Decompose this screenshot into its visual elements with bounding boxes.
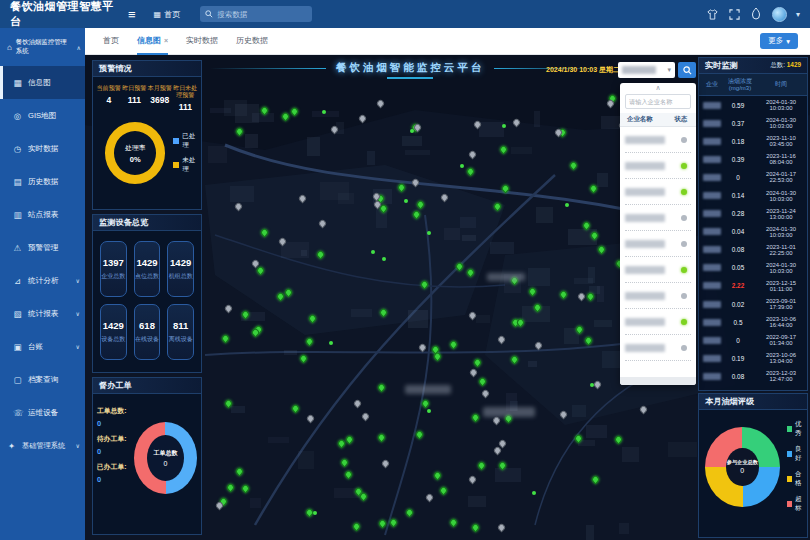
sidebar-item-statreport[interactable]: ▧统计报表∨ [0, 297, 85, 330]
map-pin-dot[interactable] [410, 129, 414, 133]
map-building [597, 173, 608, 187]
realtime-row[interactable]: 0.082023-11-01 22:25:00 [699, 241, 807, 259]
realtime-row[interactable]: 0.282023-11-24 13:00:00 [699, 205, 807, 223]
tab-历史数据[interactable]: 历史数据 [236, 28, 268, 55]
alarm-chart-row: 处理率 0% 已处理未处理 [93, 122, 201, 184]
blurred-enterprise-name [625, 162, 665, 170]
sidebar-item-device[interactable]: ☏运维设备 [0, 396, 85, 429]
enterprise-row[interactable] [625, 205, 691, 231]
theme-skin-icon[interactable] [706, 8, 719, 21]
realtime-row[interactable]: 0.392023-11-16 08:04:00 [699, 150, 807, 168]
device-stat-label: 在线设备 [135, 335, 159, 344]
enterprise-row[interactable] [625, 153, 691, 179]
map-pin-dot[interactable] [382, 257, 386, 261]
measurement-time: 2023-11-16 08:04:00 [755, 153, 807, 165]
realtime-row[interactable]: 0.022023-09-01 17:39:00 [699, 295, 807, 313]
sidebar-item-gis[interactable]: ◎GIS地图 [0, 99, 85, 132]
topbar-search-input[interactable] [217, 10, 307, 19]
device-stat-box: 1429机组总数 [167, 241, 194, 297]
enterprise-search-button[interactable] [678, 62, 696, 78]
map-pin-dot[interactable] [329, 341, 333, 345]
realtime-row[interactable]: 0.082023-12-03 12:47:00 [699, 367, 807, 385]
realtime-row[interactable]: 0.042024-01-30 10:03:00 [699, 223, 807, 241]
realtime-row[interactable]: 0.142024-01-30 10:03:00 [699, 186, 807, 204]
sidebar-item-system[interactable]: ✦基础管理系统∨ [0, 429, 85, 462]
user-avatar[interactable] [772, 7, 787, 22]
close-icon[interactable]: × [164, 37, 168, 44]
realtime-row[interactable]: 0.592024-01-30 10:03:00 [699, 96, 807, 114]
statreport-icon: ▧ [13, 309, 22, 319]
sidebar-item-realtime[interactable]: ◷实时数据 [0, 132, 85, 165]
status-dot-online [681, 163, 687, 169]
enterprise-row[interactable] [625, 127, 691, 153]
notification-icon[interactable] [750, 8, 763, 21]
map-blurred-label [483, 407, 535, 417]
chevron-down-icon: ∨ [76, 343, 80, 350]
map-building [462, 235, 476, 241]
device-stat-box: 1429设备总数 [100, 304, 127, 360]
enterprise-row[interactable] [625, 309, 691, 335]
topbar-home-tab[interactable]: ▦ 首页 [154, 9, 181, 20]
legend-item: 已处理 [173, 132, 201, 150]
realtime-row[interactable]: 2.222023-12-15 01:11:00 [699, 277, 807, 295]
enterprise-row[interactable] [625, 283, 691, 309]
device-stat-value: 1397 [103, 257, 124, 268]
map-building [476, 315, 490, 322]
sidebar-item-archive[interactable]: ▢档案查询 [0, 363, 85, 396]
enterprise-row[interactable] [625, 335, 691, 361]
more-button[interactable]: 更多 ▾ [760, 33, 798, 49]
tab-首页[interactable]: 首页 [103, 28, 119, 55]
legend-item: 合格 [787, 470, 807, 488]
concentration-value: 0.08 [721, 373, 755, 380]
realtime-row[interactable]: 02024-01-17 22:53:00 [699, 168, 807, 186]
workorder-stat-value: 0 [97, 475, 134, 484]
enterprise-row[interactable] [625, 231, 691, 257]
alarm-panel: 预警情况 当前预警4昨日预警111本月预警3698昨日未处理预警111 处理率 … [92, 60, 202, 210]
map-building [586, 425, 607, 438]
enterprise-name-input[interactable] [629, 98, 687, 105]
scrollbar[interactable] [620, 377, 696, 385]
blurred-selected-value [622, 66, 656, 74]
alarm-stats: 当前预警4昨日预警111本月预警3698昨日未处理预警111 [93, 77, 201, 114]
map-building [210, 108, 230, 113]
sidebar-item-analysis[interactable]: ⊿统计分析∨ [0, 264, 85, 297]
enterprise-row[interactable] [625, 179, 691, 205]
sidebar-item-alarm[interactable]: ⚠预警管理 [0, 231, 85, 264]
sidebar-item-report[interactable]: ▥站点报表 [0, 198, 85, 231]
hamburger-menu-icon[interactable]: ≡ [128, 7, 136, 22]
chevron-down-icon[interactable]: ▾ [796, 10, 800, 19]
collapse-arrow-icon[interactable]: ∧ [620, 83, 696, 93]
realtime-row[interactable]: 0.192023-10-06 13:04:00 [699, 349, 807, 367]
alarm-stat-value: 111 [173, 102, 199, 112]
tab-实时数据[interactable]: 实时数据 [186, 28, 218, 55]
map-pin-dot[interactable] [404, 199, 408, 203]
sidebar-item-chart[interactable]: ▦信息图 [0, 66, 85, 99]
realtime-row[interactable]: 0.372024-01-30 10:03:00 [699, 114, 807, 132]
sidebar-item-label: 历史数据 [28, 177, 58, 187]
alarm-icon: ⚠ [13, 243, 22, 253]
device-stat-value: 811 [173, 320, 188, 331]
map-pin-dot[interactable] [502, 124, 506, 128]
enterprise-row[interactable] [625, 257, 691, 283]
sidebar-group-label: 餐饮油烟监控管理系统 [16, 38, 73, 56]
map-pin-dot[interactable] [460, 164, 464, 168]
sidebar-item-history[interactable]: ▤历史数据 [0, 165, 85, 198]
sidebar-item-ledger[interactable]: ▣台账∨ [0, 330, 85, 363]
enterprise-select[interactable]: ▾ [618, 62, 675, 78]
realtime-row[interactable]: 0.182023-11-10 03:45:00 [699, 132, 807, 150]
tab-信息图[interactable]: 信息图× [137, 28, 168, 55]
blurred-enterprise-name [703, 210, 721, 217]
col-time: 时间 [755, 81, 807, 88]
blurred-enterprise-name [703, 373, 721, 380]
realtime-row[interactable]: 02022-09-17 01:34:00 [699, 331, 807, 349]
fullscreen-icon[interactable] [728, 8, 741, 21]
realtime-row[interactable]: 0.052024-01-30 10:03:00 [699, 259, 807, 277]
legend-label: 未处理 [182, 156, 201, 174]
map-building [622, 447, 639, 462]
device-stat-label: 点位总数 [135, 272, 159, 281]
realtime-row[interactable]: 0.52023-10-06 16:44:00 [699, 313, 807, 331]
status-dot-offline [681, 137, 687, 143]
legend-swatch [173, 138, 179, 144]
map-pin-dot[interactable] [427, 231, 431, 235]
sidebar-group-monitoring-system[interactable]: ⌂ 餐饮油烟监控管理系统 ∧ [0, 28, 85, 66]
